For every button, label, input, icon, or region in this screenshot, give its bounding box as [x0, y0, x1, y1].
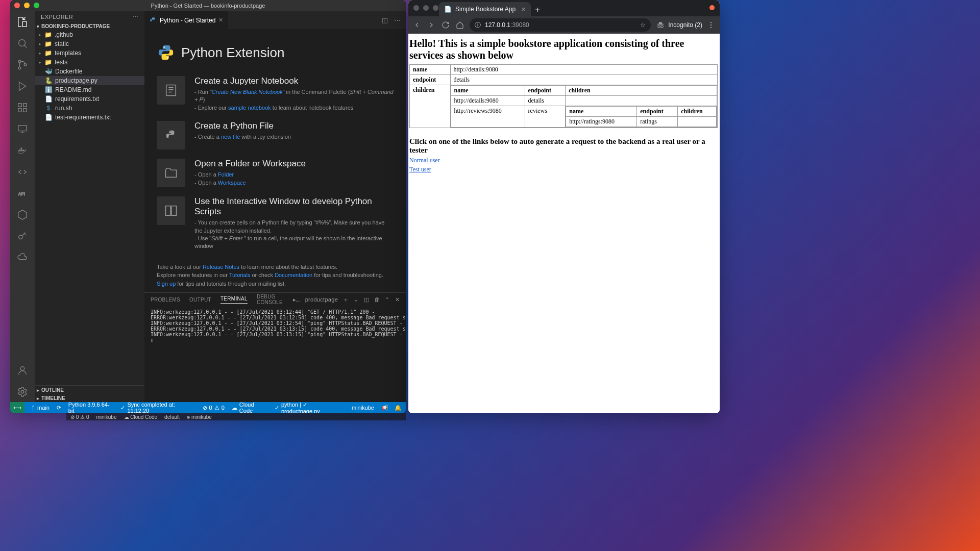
not-secure-icon[interactable]: ⓘ	[475, 21, 481, 30]
tree-item-Dockerfile[interactable]: 🐳Dockerfile	[35, 67, 144, 76]
tree-item--github[interactable]: ▸ 📁.github	[35, 30, 144, 39]
new-tab-icon[interactable]: ＋	[531, 3, 544, 16]
panel-close-icon[interactable]: ✕	[395, 296, 400, 303]
gcp-activity-icon[interactable]	[16, 252, 29, 264]
tab-close-icon[interactable]: ✕	[218, 17, 223, 23]
menubar-item[interactable]: ☁ Cloud Code	[124, 414, 158, 420]
chrome-traffic-lights[interactable]	[413, 5, 438, 11]
tree-item-requirements-txt[interactable]: 📄requirements.txt	[35, 94, 144, 104]
sample-notebook-link[interactable]: sample notebook	[228, 105, 271, 111]
more-actions-icon[interactable]: ⋯	[394, 16, 401, 24]
tree-item-static[interactable]: ▸ 📁static	[35, 39, 144, 48]
chrome-tab[interactable]: 📄 Simple Bookstore App ✕	[439, 2, 531, 16]
settings-activity-icon[interactable]	[16, 386, 29, 398]
back-icon[interactable]	[412, 20, 422, 30]
menubar-item[interactable]: default	[164, 414, 180, 420]
window-minimize-icon[interactable]	[24, 3, 30, 8]
problems-status[interactable]: ⊘ 0 ⚠ 0	[203, 405, 225, 411]
release-notes-link[interactable]: Release Notes	[203, 264, 239, 270]
terminal-shell-icon[interactable]: ▸⎵	[293, 296, 300, 303]
timeline-section[interactable]: TIMELINE	[35, 394, 144, 402]
run-debug-activity-icon[interactable]	[16, 80, 29, 92]
split-terminal-icon[interactable]: ◫	[364, 296, 369, 303]
minikube-status[interactable]: minikube	[352, 405, 374, 411]
tutorials-link[interactable]: Tutorials	[229, 272, 251, 278]
remote-indicator[interactable]: ⟷	[10, 402, 24, 413]
home-icon[interactable]	[455, 20, 464, 30]
feedback-icon[interactable]: 📢	[381, 405, 388, 411]
window-maximize-icon[interactable]	[34, 3, 39, 8]
remote-explorer-activity-icon[interactable]	[16, 123, 29, 135]
page-favicon-icon: 📄	[444, 6, 451, 13]
outline-section[interactable]: OUTLINE	[35, 386, 144, 394]
folder-icon: 📁	[44, 59, 52, 66]
explorer-actions-icon[interactable]: ⋯	[133, 14, 138, 20]
forward-icon[interactable]	[427, 20, 436, 30]
cloud-sync-status[interactable]: ✓ Sync completed at: 11:12:20	[120, 402, 195, 413]
split-editor-icon[interactable]: ◫	[382, 16, 388, 24]
open-folder-link[interactable]: Folder	[218, 171, 234, 178]
test-user-link[interactable]: Test user	[409, 166, 718, 173]
open-workspace-link[interactable]: Workspace	[218, 180, 246, 186]
panel-tab-problems[interactable]: PROBLEMS	[151, 297, 180, 303]
python-interpreter-status[interactable]: Python 3.9.6 64-bit	[68, 402, 114, 413]
panel-tab-output[interactable]: OUTPUT	[189, 297, 211, 303]
status-bar: ⟷ ᚶ main ⟳ Python 3.9.6 64-bit ✓ Sync co…	[10, 402, 406, 413]
sync-status-icon[interactable]: ⟳	[57, 405, 61, 411]
new-file-link[interactable]: new file	[221, 134, 240, 140]
vscode-titlebar[interactable]: Python - Get Started — bookinfo-productp…	[10, 0, 406, 11]
workspace-section[interactable]: BOOKINFO-PRODUCTPAGE	[35, 22, 144, 30]
kubernetes-activity-icon[interactable]	[16, 209, 29, 221]
sign-up-link[interactable]: Sign up	[157, 281, 176, 287]
menubar-item[interactable]: ⊘ 0 ⚠ 0	[70, 414, 89, 420]
extensions-activity-icon[interactable]	[16, 102, 29, 114]
kill-terminal-icon[interactable]: 🗑	[374, 296, 380, 303]
git-branch-status[interactable]: ᚶ main	[32, 405, 50, 411]
chrome-tab-close-icon[interactable]: ✕	[521, 6, 526, 13]
tree-item-run-sh[interactable]: $run.sh	[35, 104, 144, 113]
python-get-started-content: Python Extension Create a Jupyter Notebo…	[144, 29, 406, 292]
create-notebook-link[interactable]: Create New Blank Notebook	[212, 89, 283, 95]
menubar-item[interactable]: minikube	[96, 414, 116, 420]
cloud-code-status[interactable]: ☁ Cloud Code	[232, 402, 267, 413]
terminal-name[interactable]: productpage	[305, 296, 338, 303]
reload-icon[interactable]	[441, 20, 450, 30]
bookmark-star-icon[interactable]: ☆	[640, 21, 646, 29]
activity-bar: API	[10, 11, 35, 402]
menubar-item[interactable]: ⎈ minikube	[187, 414, 212, 420]
tree-item-test-requirements-txt[interactable]: 📄test-requirements.txt	[35, 113, 144, 122]
source-control-activity-icon[interactable]	[16, 59, 29, 71]
documentation-link[interactable]: Documentation	[275, 272, 312, 278]
incognito-badge[interactable]: Incognito (2)	[656, 20, 702, 30]
chrome-menu-icon[interactable]	[706, 20, 716, 30]
panel-tab-terminal[interactable]: TERMINAL	[220, 296, 248, 304]
svg-point-27	[661, 26, 664, 28]
normal-user-link[interactable]: Normal user	[409, 157, 718, 164]
secret-manager-activity-icon[interactable]	[16, 230, 29, 242]
accounts-activity-icon[interactable]	[16, 364, 29, 377]
search-activity-icon[interactable]	[16, 37, 29, 49]
language-status[interactable]: ✓ python | ✓ productpage.py	[275, 402, 345, 414]
panel-maximize-icon[interactable]: ⌃	[385, 296, 389, 303]
panel-tab-debug-console[interactable]: DEBUG CONSOLE	[257, 294, 284, 305]
tree-item-tests[interactable]: ▸ 📁tests	[35, 58, 144, 67]
tree-item-productpage-py[interactable]: 🐍productpage.py	[35, 76, 144, 85]
tree-item-README-md[interactable]: ℹ️README.md	[35, 85, 144, 94]
explorer-activity-icon[interactable]	[16, 16, 29, 28]
text-icon: 📄	[45, 95, 52, 103]
window-close-icon[interactable]	[14, 3, 20, 8]
api-activity-icon[interactable]: API	[16, 187, 29, 199]
child-endpoint: details	[525, 96, 566, 106]
terminal-output[interactable]: INFO:werkzeug:127.0.0.1 - - [27/Jul/2021…	[144, 306, 406, 402]
url-bar[interactable]: ⓘ 127.0.0.1:39080 ☆	[470, 18, 651, 32]
cloud-code-activity-icon[interactable]	[16, 166, 29, 178]
svg-rect-8	[23, 104, 27, 107]
traffic-lights[interactable]	[14, 3, 39, 8]
chrome-notification-icon[interactable]	[709, 5, 715, 10]
docker-activity-icon[interactable]	[16, 144, 29, 157]
notifications-icon[interactable]: 🔔	[395, 405, 402, 411]
new-terminal-icon[interactable]: ＋	[343, 296, 349, 304]
tab-python-get-started[interactable]: Python - Get Started ✕	[144, 11, 229, 29]
tree-item-templates[interactable]: ▸ 📁templates	[35, 48, 144, 58]
terminal-dropdown-icon[interactable]: ⌄	[354, 296, 358, 303]
